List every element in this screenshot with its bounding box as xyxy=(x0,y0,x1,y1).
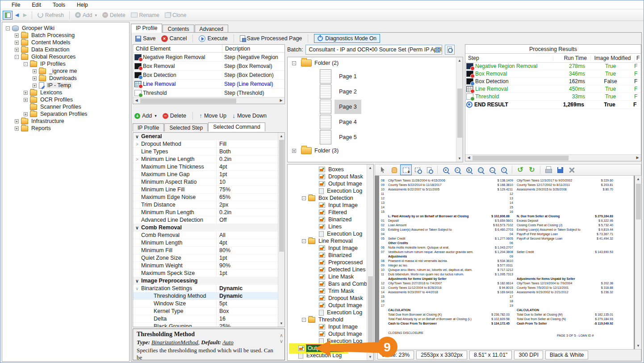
property-row[interactable]: Kernel Type Box xyxy=(133,308,279,315)
column-header-step[interactable]: Step xyxy=(465,55,553,61)
scroll-thumb[interactable] xyxy=(368,276,373,343)
diagnostic-item[interactable]: - Box Detection xyxy=(288,194,367,202)
expander-icon[interactable]: + xyxy=(24,112,28,116)
help-scroll-arrows[interactable]: ∧∨ xyxy=(280,333,283,344)
diagnostic-item[interactable]: Execution Log xyxy=(288,309,367,316)
property-value[interactable]: Fill xyxy=(216,140,279,148)
property-row[interactable]: Trim Distance 2px xyxy=(133,201,279,209)
expander-icon[interactable]: + xyxy=(33,69,37,73)
scroll-up-icon[interactable]: ▲ xyxy=(278,133,284,139)
property-value[interactable]: 1pt xyxy=(216,270,279,277)
property-value[interactable]: 5pt xyxy=(216,300,279,307)
main-tab[interactable]: IP Profile xyxy=(131,24,162,33)
batch-combo[interactable]: Consultant - IP and OCR•00 Source Set (P… xyxy=(305,45,442,55)
diagnostic-item[interactable]: Binarized xyxy=(288,216,367,223)
tree-item[interactable]: + Infrastructure xyxy=(2,118,129,125)
diagnostic-item[interactable]: Dropout Mask xyxy=(288,295,367,302)
property-row[interactable]: ∨ Comb Removal xyxy=(133,224,279,232)
expander-icon[interactable]: > xyxy=(133,157,141,162)
expander-icon[interactable]: - xyxy=(292,61,296,65)
property-row[interactable]: Maximum Line Gap 1pt xyxy=(133,171,279,178)
property-value[interactable]: Off xyxy=(216,216,279,224)
column-header-description[interactable]: Decription xyxy=(222,46,250,52)
expander-icon[interactable]: + xyxy=(33,76,37,80)
tree-item[interactable]: + Separation Profiles xyxy=(2,110,129,118)
scroll-up-icon[interactable]: ▲ xyxy=(367,165,373,171)
menu-item[interactable]: Edit xyxy=(26,0,47,9)
diagnostic-item[interactable]: Bars and Combs xyxy=(288,280,367,287)
property-value[interactable]: 80% xyxy=(216,247,279,254)
property-value[interactable]: Dynamic xyxy=(216,285,279,292)
separator[interactable] xyxy=(437,166,438,174)
tree-item[interactable]: - IP Profiles xyxy=(2,60,129,68)
detail-tab[interactable]: IP Profile xyxy=(133,123,164,131)
scroll-left-icon[interactable]: ◀ xyxy=(465,155,472,161)
diagnostic-item[interactable]: Lines xyxy=(288,223,367,230)
diagnostic-item[interactable]: Execution Log xyxy=(288,230,367,237)
expander-icon[interactable]: - xyxy=(302,318,306,322)
fit-width-icon[interactable]: ↔ xyxy=(486,165,498,175)
property-row[interactable]: Minimum Weight 90% xyxy=(133,262,279,270)
tree-item[interactable]: - Global Resources xyxy=(2,53,129,60)
diagnostic-item[interactable]: Detected Lines xyxy=(288,266,367,273)
diagnostic-item[interactable]: Preprocessed xyxy=(288,259,367,266)
property-row[interactable]: Delta 16 xyxy=(133,315,279,323)
result-row[interactable]: END RESULT 1,269ms True F xyxy=(465,101,641,109)
column-header-clipped[interactable]: F xyxy=(634,55,641,61)
property-row[interactable]: Advanced Line Detection Off xyxy=(133,216,279,224)
property-row[interactable]: Maximum Line Thickness 4pt xyxy=(133,163,279,171)
column-header-run-time[interactable]: Run Time xyxy=(553,55,590,61)
property-row[interactable]: ∨ Binarization Settings Dynamic xyxy=(133,285,279,292)
diagnostic-item[interactable]: Output Image xyxy=(288,345,367,352)
expander-icon[interactable]: ∨ xyxy=(133,225,141,230)
child-element-row[interactable]: Line Removal Step (Line Removal) xyxy=(133,80,284,89)
property-value[interactable]: 4pt xyxy=(216,239,279,246)
select-region-icon[interactable] xyxy=(400,165,412,175)
scroll-down-icon[interactable]: ▼ xyxy=(635,342,641,349)
scroll-thumb[interactable] xyxy=(636,184,641,219)
zoom-fit-icon[interactable]: □ xyxy=(475,165,486,175)
child-element-row[interactable]: Negative Region Removal Step (Negative R… xyxy=(133,53,284,62)
expander-icon[interactable]: + xyxy=(15,41,19,45)
expander-icon[interactable]: + xyxy=(15,34,19,38)
separator[interactable] xyxy=(512,166,512,174)
column-header-image-modified[interactable]: Image Modified xyxy=(590,55,634,61)
scroll-down-icon[interactable]: ▼ xyxy=(456,155,463,162)
property-row[interactable]: Line Types Both xyxy=(133,148,279,156)
tools-icon[interactable] xyxy=(566,165,577,175)
rotate-right-icon[interactable]: ↻ xyxy=(526,165,538,175)
result-row[interactable]: Box Detection 162ms False F xyxy=(465,78,641,85)
diagnostic-item[interactable]: Output Image xyxy=(288,302,367,309)
menu-item[interactable]: Tools xyxy=(47,0,71,9)
diagnostic-item[interactable]: - Threshold xyxy=(288,316,367,323)
diagnostic-item[interactable]: Input Image xyxy=(288,202,367,209)
expander-icon[interactable]: + xyxy=(15,48,19,52)
scroll-thumb[interactable] xyxy=(457,89,462,138)
scroll-thumb[interactable] xyxy=(473,156,569,160)
diagnostic-item[interactable]: Filtered xyxy=(288,209,367,216)
result-row[interactable]: Box Removal 346ms True F xyxy=(465,70,641,78)
menu-item[interactable]: File xyxy=(6,0,26,9)
expander-icon[interactable]: + xyxy=(15,119,19,123)
property-value[interactable]: 0.2in xyxy=(216,156,279,163)
page-row[interactable]: Page 2 xyxy=(288,84,463,99)
delete-step-button[interactable]: −Delete xyxy=(161,112,188,119)
default-link[interactable]: Auto xyxy=(222,339,234,346)
tree-item[interactable]: - Grooper Wiki xyxy=(2,25,129,32)
property-row[interactable]: ∨ General xyxy=(133,133,279,140)
property-value[interactable] xyxy=(216,277,279,284)
expander-icon[interactable]: + xyxy=(24,91,28,95)
page-row[interactable]: Page 4 xyxy=(288,114,463,130)
scroll-right-icon[interactable]: ▶ xyxy=(634,155,641,161)
property-row[interactable]: Window Size 5pt xyxy=(133,300,279,308)
page-thumbnail[interactable] xyxy=(320,130,331,144)
property-row[interactable]: Quiet Zone Size 1pt xyxy=(133,254,279,262)
forward-icon[interactable]: ▶ xyxy=(21,12,29,18)
page-row[interactable]: Page 1 xyxy=(288,69,463,84)
scroll-down-icon[interactable]: ▼ xyxy=(278,320,284,327)
property-value[interactable]: Dynamic xyxy=(216,292,279,300)
cancel-button[interactable]: Cancel xyxy=(159,35,189,42)
result-row[interactable]: Threshold 33ms True F xyxy=(465,93,641,101)
panel-toggle-button[interactable] xyxy=(3,11,13,20)
scroll-thumb[interactable] xyxy=(279,140,284,252)
